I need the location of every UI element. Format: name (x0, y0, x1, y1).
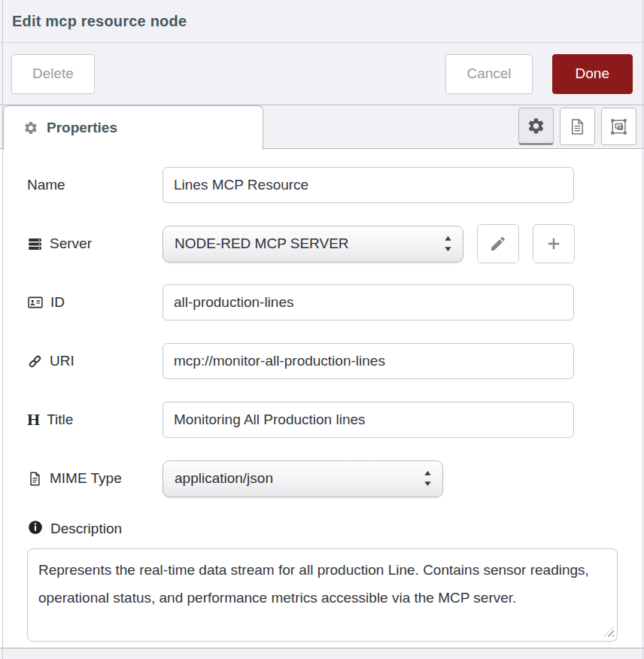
form-row-id: ID (27, 284, 644, 320)
edit-node-dialog: Edit mcp resource node Delete Cancel Don… (0, 0, 644, 659)
description-label-text: Description (50, 521, 122, 537)
action-button-bar: Delete Cancel Done (0, 43, 644, 105)
server-label-text: Server (50, 235, 92, 252)
description-tab-button[interactable] (560, 108, 595, 145)
title-label: H Title (27, 411, 163, 428)
dialog-title: Edit mcp resource node (12, 13, 187, 30)
description-textarea[interactable]: Represents the real-time data stream for… (27, 548, 618, 642)
cancel-button[interactable]: Cancel (445, 54, 532, 94)
link-icon (27, 354, 43, 369)
properties-form: Name Server NOD (0, 149, 644, 648)
header-icon: H (27, 411, 40, 428)
form-row-title: H Title (27, 402, 644, 438)
pencil-icon (489, 235, 507, 253)
name-label: Name (27, 177, 163, 193)
info-icon (27, 519, 44, 539)
document-icon (568, 117, 587, 136)
form-row-mime-type: MIME Type application/json (27, 460, 644, 497)
done-button[interactable]: Done (552, 54, 633, 94)
tab-bar: Properties (0, 105, 644, 149)
file-text-icon (27, 471, 43, 487)
description-label: Description (27, 519, 644, 539)
id-input[interactable] (163, 284, 574, 320)
select-arrows-icon (421, 469, 434, 488)
server-select-value: NODE-RED MCP SERVER (175, 235, 349, 252)
tab-properties[interactable]: Properties (3, 105, 263, 150)
description-field-wrap: Represents the real-time data stream for… (27, 548, 618, 642)
title-input[interactable] (163, 402, 574, 438)
appearance-icon (609, 117, 628, 136)
edit-server-button[interactable] (477, 224, 519, 263)
uri-label: URI (27, 353, 163, 369)
dialog-footer (0, 648, 644, 659)
server-icon (27, 236, 43, 252)
id-card-icon (27, 294, 44, 311)
add-server-button[interactable] (533, 224, 575, 263)
name-label-text: Name (27, 177, 65, 193)
gear-icon (527, 117, 545, 135)
server-label: Server (27, 235, 163, 252)
uri-label-text: URI (50, 353, 74, 369)
plus-icon (545, 235, 563, 253)
form-row-name: Name (27, 167, 644, 203)
tab-properties-label: Properties (47, 120, 117, 136)
mime-type-select[interactable]: application/json (163, 460, 443, 497)
delete-button[interactable]: Delete (11, 54, 95, 94)
mime-type-select-value: application/json (175, 470, 273, 487)
form-row-server: Server NODE-RED MCP SERVER (27, 226, 644, 262)
name-input[interactable] (163, 167, 574, 203)
gear-icon (23, 120, 38, 135)
dialog-header: Edit mcp resource node (0, 0, 644, 43)
id-label-text: ID (50, 294, 65, 311)
tab-toolbar (518, 108, 636, 145)
id-label: ID (27, 294, 163, 311)
form-row-uri: URI (27, 343, 644, 379)
mime-type-label: MIME Type (27, 470, 163, 487)
title-label-text: Title (47, 411, 73, 428)
select-arrows-icon (442, 234, 454, 254)
mime-type-label-text: MIME Type (50, 470, 122, 487)
uri-input[interactable] (163, 343, 574, 379)
server-select[interactable]: NODE-RED MCP SERVER (163, 226, 463, 263)
appearance-tab-button[interactable] (601, 108, 636, 145)
properties-tab-button[interactable] (518, 108, 554, 145)
